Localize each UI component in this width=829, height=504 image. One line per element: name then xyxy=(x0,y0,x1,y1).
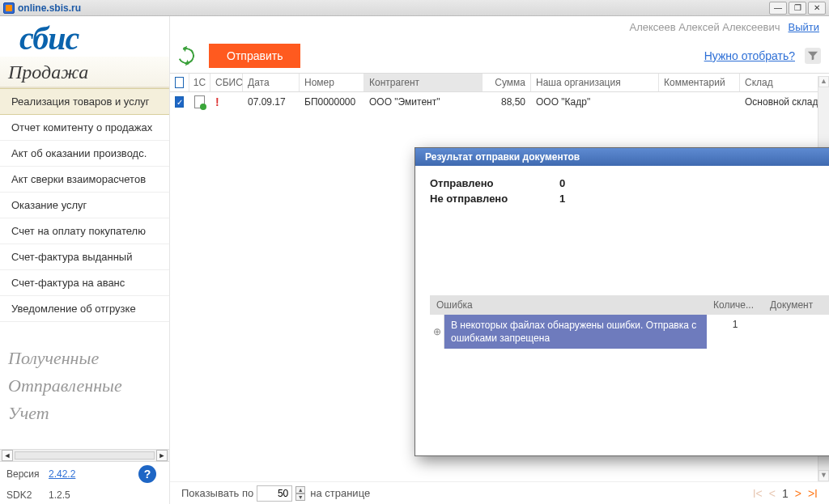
col-sum[interactable]: Сумма xyxy=(483,74,531,91)
error-document xyxy=(763,315,829,349)
not-sent-value: 1 xyxy=(559,193,565,205)
main: Алексеев Алексей Алексеевич Выйти Отправ… xyxy=(170,16,829,504)
row-comment xyxy=(659,92,740,112)
per-page-stepper[interactable]: ▲▼ xyxy=(295,486,305,501)
dialog-title-text: Результат отправки документов xyxy=(425,151,580,163)
refresh-icon[interactable] xyxy=(176,45,197,66)
send-button[interactable]: Отправить xyxy=(209,44,300,68)
footer: Показывать по ▲▼ на странице I< < 1 > >I xyxy=(170,481,829,504)
pager-current: 1 xyxy=(782,487,789,500)
col-contragent[interactable]: Контрагент xyxy=(364,74,483,91)
warning-icon: ! xyxy=(215,95,219,108)
toolbar: Отправить Нужно отобрать? xyxy=(170,37,829,73)
sdk-label: SDK2 xyxy=(6,489,49,501)
nav-realizatsiya[interactable]: Реализация товаров и услуг xyxy=(0,88,169,115)
nav-akt-proizvods[interactable]: Акт об оказании производс. xyxy=(0,141,169,167)
error-message: В некоторых файлах обнаружены ошибки. От… xyxy=(444,315,707,349)
pager-next-icon[interactable]: > xyxy=(795,487,801,500)
col-number[interactable]: Номер xyxy=(300,74,364,91)
row-sum: 88,50 xyxy=(483,92,531,112)
nav-otchet-komitentu[interactable]: Отчет комитенту о продажах xyxy=(0,115,169,141)
select-all-checkbox[interactable]: ✓ xyxy=(175,77,184,88)
expand-icon[interactable]: ⊕ xyxy=(430,315,444,349)
section-title: Продажа xyxy=(0,57,169,88)
doc-status-icon xyxy=(194,95,205,108)
pager-last-icon[interactable]: >I xyxy=(808,487,818,500)
sent-value: 0 xyxy=(559,177,565,189)
restore-button[interactable]: ❐ xyxy=(789,2,806,15)
error-table-header: Ошибка Количе... Документ xyxy=(430,295,829,315)
col-warehouse[interactable]: Склад xyxy=(740,74,829,91)
filter-icon[interactable] xyxy=(805,48,821,64)
err-col-document[interactable]: Документ xyxy=(763,295,829,315)
version-label: Версия xyxy=(6,468,49,480)
col-sbis[interactable]: СБИС xyxy=(210,74,243,91)
col-1c[interactable]: 1С xyxy=(189,74,210,91)
per-page-input[interactable] xyxy=(257,485,292,502)
err-col-count[interactable]: Количе... xyxy=(707,295,763,315)
nav-akt-sverki[interactable]: Акт сверки взаиморасчетов xyxy=(0,167,169,193)
scroll-up-icon[interactable]: ▲ xyxy=(818,76,829,87)
window-title: online.sbis.ru xyxy=(18,2,81,14)
show-by-label: Показывать по xyxy=(181,487,253,499)
error-count: 1 xyxy=(707,315,763,349)
err-col-error[interactable]: Ошибка xyxy=(430,295,707,315)
on-page-label: на странице xyxy=(310,487,370,499)
nav-schet-faktura-avans[interactable]: Счет-фактура на аванс xyxy=(0,270,169,296)
window-titlebar: online.sbis.ru — ❐ ✕ xyxy=(0,0,829,16)
nav-okazanie-uslug[interactable]: Оказание услуг xyxy=(0,193,169,218)
row-contragent: ООО "Эмитент" xyxy=(364,92,483,112)
not-sent-label: Не отправлено xyxy=(430,193,559,205)
row-date: 07.09.17 xyxy=(243,92,300,112)
group-sent[interactable]: Отправленные xyxy=(0,371,169,398)
col-date[interactable]: Дата xyxy=(243,74,300,91)
result-dialog: Результат отправки документов — □ ✕ Отпр… xyxy=(414,147,829,456)
row-org: ООО "Кадр" xyxy=(531,92,659,112)
group-received[interactable]: Полученные xyxy=(0,343,169,371)
col-comment[interactable]: Комментарий xyxy=(659,74,740,91)
sidebar: сбис Продажа Реализация товаров и услуг … xyxy=(0,16,170,504)
help-button[interactable]: ? xyxy=(138,465,156,483)
row-number: БП0000000 xyxy=(300,92,364,112)
row-warehouse: Основной склад xyxy=(740,92,829,112)
version-link[interactable]: 2.42.2 xyxy=(49,468,75,480)
logout-link[interactable]: Выйти xyxy=(789,21,820,33)
scroll-right-icon[interactable]: ► xyxy=(156,450,168,461)
pager-prev-icon[interactable]: < xyxy=(769,487,776,500)
app-icon xyxy=(3,2,15,14)
pager: I< < 1 > >I xyxy=(753,487,818,500)
sent-label: Отправлено xyxy=(430,177,559,189)
sdk-value: 1.2.5 xyxy=(49,489,70,501)
username: Алексеев Алексей Алексеевич xyxy=(630,21,780,33)
table-header: ✓ 1С СБИС Дата Номер Контрагент Сумма На… xyxy=(170,73,829,92)
nav-schet-faktura-vyd[interactable]: Счет-фактура выданный xyxy=(0,244,169,270)
row-checkbox[interactable]: ✓ xyxy=(175,96,184,108)
logo: сбис xyxy=(19,23,153,55)
dialog-titlebar[interactable]: Результат отправки документов — □ ✕ xyxy=(415,148,829,166)
error-row[interactable]: ⊕ В некоторых файлах обнаружены ошибки. … xyxy=(430,315,829,349)
sidebar-scrollbar[interactable]: ◄ ► xyxy=(0,449,169,462)
nav-uvedomlenie-otgruzke[interactable]: Уведомление об отгрузке xyxy=(0,296,169,322)
table-row[interactable]: ✓ ! 07.09.17 БП0000000 ООО "Эмитент" 88,… xyxy=(170,92,829,112)
nav-schet-na-oplatu[interactable]: Счет на оплату покупателю xyxy=(0,218,169,244)
minimize-button[interactable]: — xyxy=(769,2,787,15)
group-accounting[interactable]: Учет xyxy=(0,398,169,426)
filter-hint-link[interactable]: Нужно отобрать? xyxy=(704,49,795,62)
close-button[interactable]: ✕ xyxy=(808,2,826,15)
col-our-org[interactable]: Наша организация xyxy=(531,74,659,91)
scroll-left-icon[interactable]: ◄ xyxy=(2,450,13,461)
scroll-down-icon[interactable]: ▼ xyxy=(818,470,829,481)
pager-first-icon[interactable]: I< xyxy=(753,487,763,500)
